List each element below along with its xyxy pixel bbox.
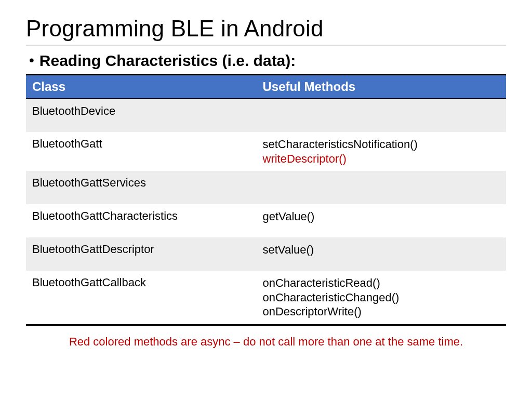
method-name: getValue(): [263, 209, 500, 224]
methods-cell: setCharacteristicsNotification()writeDes…: [257, 132, 506, 171]
method-name: onCharacteristicChanged(): [263, 290, 500, 305]
bullet-dot: •: [29, 53, 34, 68]
method-name: writeDescriptor(): [263, 152, 500, 166]
table-header-row: Class Useful Methods: [26, 75, 506, 99]
class-cell: BluetoothGattDescriptor: [26, 237, 257, 271]
header-methods: Useful Methods: [257, 75, 506, 99]
table-row: BluetoothGattServices: [26, 171, 506, 204]
table-row: BluetoothGattDescriptorsetValue(): [26, 237, 506, 271]
class-cell: BluetoothDevice: [26, 99, 257, 132]
method-name: setCharacteristicsNotification(): [263, 137, 500, 152]
methods-cell: getValue(): [257, 204, 506, 237]
method-name: setValue(): [263, 243, 500, 257]
table-row: BluetoothDevice: [26, 99, 506, 132]
slide-title: Programming BLE in Android: [26, 16, 506, 46]
table-row: BluetoothGattsetCharacteristicsNotificat…: [26, 132, 506, 171]
slide: Programming BLE in Android • Reading Cha…: [0, 0, 532, 399]
class-cell: BluetoothGatt: [26, 132, 257, 171]
methods-cell: [257, 99, 506, 132]
method-name: onDescriptorWrite(): [263, 304, 500, 319]
table-body: BluetoothDevice BluetoothGattsetCharacte…: [26, 99, 506, 325]
bullet-line: • Reading Characteristics (i.e. data):: [29, 52, 506, 70]
method-name: onCharacteristicRead(): [263, 276, 500, 290]
class-cell: BluetoothGattCallback: [26, 271, 257, 325]
table-row: BluetoothGattCallbackonCharacteristicRea…: [26, 271, 506, 325]
methods-cell: [257, 171, 506, 204]
class-cell: BluetoothGattCharacteristics: [26, 204, 257, 237]
class-cell: BluetoothGattServices: [26, 171, 257, 204]
methods-cell: setValue(): [257, 237, 506, 271]
methods-cell: onCharacteristicRead()onCharacteristicCh…: [257, 271, 506, 325]
bullet-text: Reading Characteristics (i.e. data):: [39, 52, 296, 70]
header-class: Class: [26, 75, 257, 99]
table-row: BluetoothGattCharacteristicsgetValue(): [26, 204, 506, 237]
api-table: Class Useful Methods BluetoothDevice Blu…: [26, 74, 506, 326]
footnote: Red colored methods are async – do not c…: [26, 335, 506, 349]
